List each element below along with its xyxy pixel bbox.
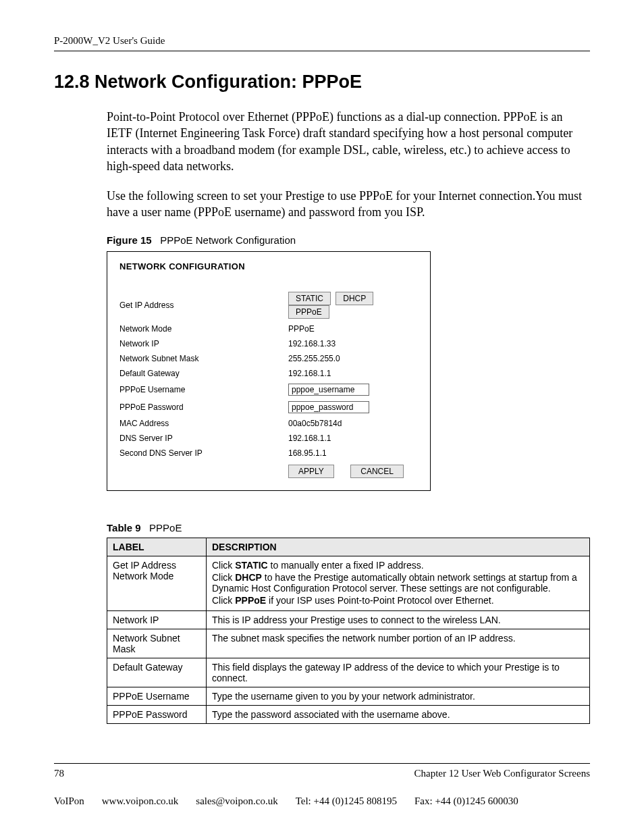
footer-fax: Fax: +44 (0)1245 600030 <box>414 796 518 807</box>
table-cell-desc: This field displays the gateway IP addre… <box>207 658 590 687</box>
table-cell-label: Default Gateway <box>107 658 207 687</box>
mac-address-label: MAC Address <box>119 419 288 428</box>
table-head-desc: DESCRIPTION <box>207 538 590 556</box>
footer-email: sales@voipon.co.uk <box>196 796 277 807</box>
table-cell-label: PPPoE Password <box>107 705 207 723</box>
table-row: PPPoE PasswordType the password associat… <box>107 705 590 723</box>
table-row: Network Subnet MaskThe subnet mask speci… <box>107 629 590 658</box>
dns-server-label: DNS Server IP <box>119 434 288 443</box>
table-caption: Table 9 PPPoE <box>107 522 590 533</box>
table-cell-desc: The subnet mask specifies the network nu… <box>207 629 590 658</box>
mac-address-value: 00a0c5b7814d <box>288 419 418 428</box>
get-ip-label: Get IP Address <box>119 301 288 310</box>
table-label: Table 9 <box>107 522 141 533</box>
dhcp-button[interactable]: DHCP <box>336 292 373 305</box>
subnet-mask-label: Network Subnet Mask <box>119 354 288 363</box>
table-row: PPPoE UsernameType the username given to… <box>107 687 590 705</box>
table-cell-label: Network IP <box>107 610 207 629</box>
cancel-button[interactable]: CANCEL <box>350 465 404 478</box>
figure-title: PPPoE Network Configuration <box>160 234 296 246</box>
pppoe-table: LABEL DESCRIPTION Get IP Address Network… <box>107 538 590 724</box>
table-cell-label: PPPoE Username <box>107 687 207 705</box>
pppoe-password-input[interactable] <box>288 401 369 413</box>
table-row: Get IP Address Network ModeClick STATIC … <box>107 556 590 610</box>
table-row: Default GatewayThis field displays the g… <box>107 658 590 687</box>
pppoe-username-label: PPPoE Username <box>119 385 288 394</box>
network-ip-value: 192.168.1.33 <box>288 339 418 348</box>
section-paragraph: Use the following screen to set your Pre… <box>107 188 590 221</box>
section-paragraph: Point-to-Point Protocol over Ethernet (P… <box>107 109 590 174</box>
table-cell-desc: This is IP address your Prestige uses to… <box>207 610 590 629</box>
dns-server-value: 192.168.1.1 <box>288 434 418 443</box>
static-button[interactable]: STATIC <box>288 292 331 305</box>
footer-web: www.voipon.co.uk <box>102 796 179 807</box>
pppoe-button[interactable]: PPPoE <box>288 305 329 319</box>
apply-button[interactable]: APPLY <box>288 465 334 478</box>
second-dns-value: 168.95.1.1 <box>288 448 418 458</box>
table-row: Network IPThis is IP address your Presti… <box>107 610 590 629</box>
table-head-label: LABEL <box>107 538 207 556</box>
pppoe-password-label: PPPoE Password <box>119 402 288 412</box>
section-title: 12.8 Network Configuration: PPPoE <box>54 72 590 93</box>
default-gateway-value: 192.168.1.1 <box>288 369 418 378</box>
network-mode-label: Network Mode <box>119 324 288 334</box>
second-dns-label: Second DNS Server IP <box>119 448 288 458</box>
table-cell-desc: Type the username given to you by your n… <box>207 687 590 705</box>
footer-company: VoIPon <box>54 796 84 807</box>
table-cell-desc: Type the password associated with the us… <box>207 705 590 723</box>
figure-caption: Figure 15 PPPoE Network Configuration <box>107 234 590 246</box>
network-mode-value: PPPoE <box>288 324 418 334</box>
footer-tel: Tel: +44 (0)1245 808195 <box>296 796 397 807</box>
figure-label: Figure 15 <box>107 234 152 246</box>
table-cell-desc: Click STATIC to manually enter a fixed I… <box>207 556 590 610</box>
panel-title: NETWORK CONFIGURATION <box>119 261 418 271</box>
table-title: PPPoE <box>149 522 182 533</box>
network-ip-label: Network IP <box>119 339 288 348</box>
default-gateway-label: Default Gateway <box>119 369 288 378</box>
chapter-title: Chapter 12 User Web Configurator Screens <box>414 768 590 779</box>
table-cell-label: Get IP Address Network Mode <box>107 556 207 610</box>
pppoe-username-input[interactable] <box>288 384 369 396</box>
page-number: 78 <box>54 768 64 779</box>
network-config-panel: NETWORK CONFIGURATION Get IP Address STA… <box>107 251 431 491</box>
running-head: P-2000W_V2 User's Guide <box>54 35 590 51</box>
subnet-mask-value: 255.255.255.0 <box>288 354 418 363</box>
table-cell-label: Network Subnet Mask <box>107 629 207 658</box>
